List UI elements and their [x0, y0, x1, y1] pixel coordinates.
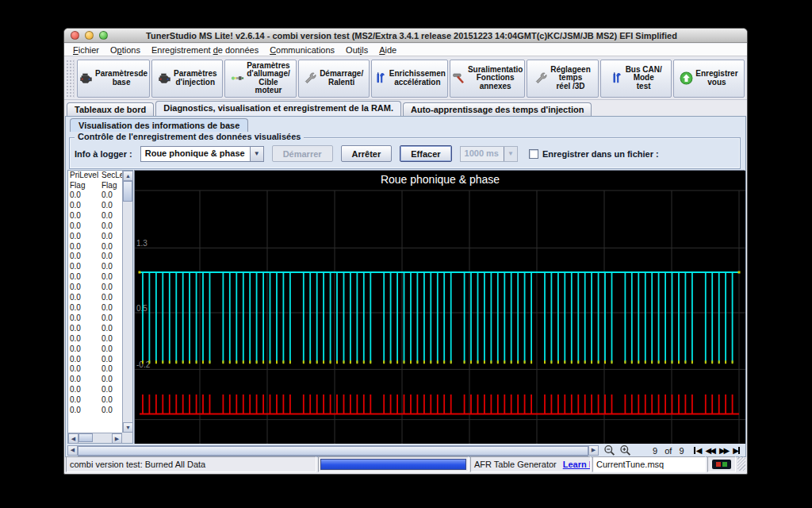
close-button[interactable] [71, 31, 79, 40]
scrollbar-thumb[interactable] [79, 433, 93, 442]
logger-select[interactable]: Roue phonique & phase ▼ [140, 146, 264, 162]
scrollbar-track[interactable] [79, 433, 112, 443]
data-table-body: 0.00.00.00.00.00.00.00.00.00.00.00.00.00… [68, 190, 122, 416]
checkbox-box[interactable] [529, 149, 538, 159]
minimize-button[interactable] [85, 31, 94, 40]
checkbox-label: Enregistrer dans un fichier : [542, 149, 659, 159]
toolbar-button-label: Paramètres d'injection [174, 70, 216, 87]
table-cell: 0.0 [100, 283, 122, 293]
table-row: 0.00.0 [68, 395, 122, 406]
menu-item[interactable]: Fichier [67, 45, 105, 55]
resize-grip[interactable] [737, 456, 745, 471]
logging-controls-group: Contrôle de l'enregistrement des données… [69, 137, 741, 169]
startup-idle-button[interactable]: Démarrage/ Ralenti [298, 60, 370, 98]
table-cell: 0.0 [100, 375, 122, 385]
table-cell: 0.0 [68, 395, 100, 406]
table-row: 0.00.0 [68, 252, 122, 262]
toolbar-drag-handle[interactable] [66, 60, 75, 98]
accel-enrichment-button[interactable]: Enrichissemen accélération [371, 60, 448, 98]
tab-auto-apprentissage[interactable]: Auto-apprentissage des temps d'injection [403, 102, 592, 116]
learn-more-link[interactable]: Learn More! [563, 460, 591, 469]
main-tab-bar: Tableaux de bord Diagnostics, visualisat… [67, 101, 747, 116]
clear-button[interactable]: Effacer [400, 145, 451, 162]
scroll-left-arrow[interactable]: ◀ [67, 445, 78, 456]
window-controls [71, 31, 108, 40]
table-cell: 0.0 [100, 232, 122, 242]
graph-title: Roue phonique & phase [381, 173, 500, 186]
table-cell: 0.0 [100, 303, 122, 314]
menu-item[interactable]: Options [105, 45, 146, 55]
base-settings-button[interactable]: Paramètresde base [77, 60, 150, 98]
scrollbar-corner [122, 433, 132, 443]
table-cell: 0.0 [68, 314, 100, 324]
previous-page-button[interactable]: ◀◀ [706, 446, 714, 455]
last-page-button[interactable]: ▶ [733, 446, 741, 455]
waveform-svg: 1.30.5-0.2 Roue phonique & phase [135, 171, 745, 444]
upload-icon [680, 71, 693, 85]
record-to-file-checkbox[interactable]: Enregistrer dans un fichier : [529, 149, 659, 159]
scroll-right-arrow[interactable]: ▶ [112, 433, 122, 444]
scroll-up-arrow[interactable]: ▲ [123, 171, 133, 181]
start-button[interactable]: Démarrer [272, 145, 333, 162]
zoom-in-icon[interactable] [619, 444, 632, 456]
window-title: TunerStudio MS Lite! v2.6.14 - combi ver… [108, 31, 747, 40]
table-cell: 0.0 [68, 385, 100, 395]
tab-diagnostics-ram[interactable]: Diagnostics, visualisation et enregistre… [155, 101, 401, 116]
page-nav-buttons: ◀ ◀◀ ▶▶ ▶ [693, 446, 741, 455]
toolbar-button-label: Enrichissemen accélération [389, 70, 446, 87]
red-led-icon [716, 462, 721, 467]
can-bus-test-button[interactable]: Bus CAN/ Mode test [600, 60, 672, 98]
boost-aux-button[interactable]: Suralimentatio Fonctions annexes [450, 60, 525, 98]
table-cell: 0.0 [68, 201, 100, 211]
register-button[interactable]: Enregistrer vous [673, 60, 745, 98]
table-cell: 0.0 [68, 211, 100, 221]
table-cell: 0.0 [68, 324, 100, 334]
menu-item[interactable]: Enregistrement de données [146, 45, 264, 55]
tab-tableaux-de-bord[interactable]: Tableaux de bord [67, 102, 154, 116]
column-header: PriLevel Flag [68, 171, 100, 190]
trace-start-marker [139, 271, 141, 274]
scrollbar-track[interactable] [78, 445, 588, 456]
table-row: 0.00.0 [68, 211, 122, 221]
graph-nav-bar: ◀ ▶ 9 of 9 ◀ ◀◀ ▶▶ ▶ [67, 444, 744, 456]
first-page-button[interactable]: ◀ [693, 446, 701, 455]
stop-button[interactable]: Arrêter [341, 145, 393, 162]
scrollbar-thumb[interactable] [123, 181, 132, 202]
scrollbar-thumb[interactable] [78, 446, 588, 456]
table-vertical-scrollbar[interactable]: ▲ ▼ [122, 171, 132, 433]
menu-item[interactable]: Communications [264, 45, 340, 55]
table-row: 0.00.0 [68, 324, 122, 334]
waveform-graph: 1.30.5-0.2 Roue phonique & phase [134, 170, 745, 444]
table-cell: 0.0 [100, 334, 122, 344]
logger-label: Info à logger : [75, 149, 132, 159]
menu-item[interactable]: Outils [340, 45, 373, 55]
ignition-settings-button[interactable]: Paramètres d'allumage/ Cible moteur [224, 60, 296, 98]
next-page-button[interactable]: ▶▶ [719, 446, 728, 455]
zoom-button[interactable] [99, 31, 108, 40]
chevron-down-icon: ▼ [504, 147, 517, 161]
table-row: 0.00.0 [68, 283, 122, 293]
realtime-tuning-button[interactable]: Réglageen temps réel /3D [527, 60, 598, 98]
table-row: 0.00.0 [68, 232, 122, 242]
table-cell: 0.0 [100, 385, 122, 395]
zoom-out-icon[interactable] [603, 444, 616, 456]
interval-selected-value: 1000 ms [461, 147, 504, 161]
table-row: 0.00.0 [68, 221, 122, 232]
table-cell: 0.0 [100, 211, 122, 221]
plot-background [135, 171, 745, 444]
injection-settings-button[interactable]: Paramètres d'injection [151, 60, 223, 98]
table-cell: 0.0 [68, 190, 100, 201]
table-horizontal-scrollbar[interactable]: ◀ ▶ [68, 433, 122, 443]
scroll-down-arrow[interactable]: ▼ [123, 422, 133, 433]
interval-select[interactable]: 1000 ms ▼ [460, 146, 518, 162]
table-row: 0.00.0 [68, 406, 122, 416]
scroll-left-arrow[interactable]: ◀ [68, 433, 79, 444]
log-values-table: PriLevel Flag SecLevel Flag 0.00.00.00.0… [68, 171, 122, 433]
menu-item[interactable]: Aide [373, 45, 402, 55]
scroll-right-arrow[interactable]: ▶ [588, 445, 599, 456]
graph-horizontal-scrollbar[interactable]: ◀ ▶ [67, 445, 599, 456]
tab-visualisation-base[interactable]: Visualisation des informations de base [70, 118, 248, 132]
table-cell: 0.0 [100, 190, 122, 201]
table-cell: 0.0 [100, 355, 122, 365]
table-cell: 0.0 [100, 221, 122, 232]
